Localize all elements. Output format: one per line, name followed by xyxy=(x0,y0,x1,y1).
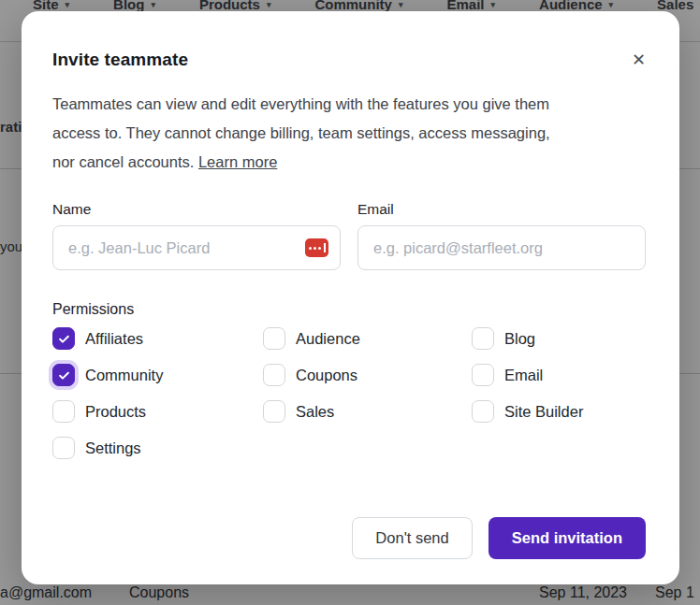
checkbox-icon xyxy=(52,327,75,350)
permission-checkbox-coupons[interactable]: Coupons xyxy=(263,364,472,386)
checkbox-icon xyxy=(472,400,494,423)
checkbox-icon xyxy=(472,327,494,350)
checkbox-icon xyxy=(263,327,285,350)
name-field-group: Name xyxy=(52,201,341,270)
checkbox-icon xyxy=(52,364,75,386)
checkbox-icon xyxy=(52,400,75,423)
dialog-description: Teammates can view and edit everything w… xyxy=(52,90,646,177)
permission-checkbox-settings[interactable]: Settings xyxy=(52,437,263,459)
permission-checkbox-affiliates[interactable]: Affiliates xyxy=(52,327,263,350)
checkbox-icon xyxy=(52,437,75,459)
permission-checkbox-community[interactable]: Community xyxy=(52,364,263,386)
permission-checkbox-site-builder[interactable]: Site Builder xyxy=(472,400,646,423)
dialog-title: Invite teammate xyxy=(52,50,188,70)
permission-checkbox-audience[interactable]: Audience xyxy=(263,327,472,350)
dont-send-button[interactable]: Don't send xyxy=(352,517,472,559)
checkbox-icon xyxy=(263,400,285,423)
email-field-group: Email xyxy=(357,201,646,270)
close-icon[interactable]: ✕ xyxy=(628,50,649,70)
permissions-grid: Affiliates Audience Blog Community Coupo… xyxy=(52,327,646,459)
name-label: Name xyxy=(52,201,341,218)
permission-checkbox-email[interactable]: Email xyxy=(472,364,646,386)
permission-checkbox-sales[interactable]: Sales xyxy=(263,400,472,423)
name-input[interactable] xyxy=(52,225,341,270)
send-invitation-button[interactable]: Send invitation xyxy=(489,517,646,559)
invite-teammate-dialog: Invite teammate ✕ Teammates can view and… xyxy=(22,11,679,584)
learn-more-link[interactable]: Learn more xyxy=(198,153,277,170)
app-window: Site▾ Blog▾ Products▾ Community▾ Email▾ … xyxy=(0,0,700,605)
permission-checkbox-products[interactable]: Products xyxy=(52,400,263,423)
permissions-label: Permissions xyxy=(52,301,646,318)
email-label: Email xyxy=(357,201,646,218)
email-input[interactable] xyxy=(357,225,646,270)
password-manager-autofill-icon[interactable] xyxy=(305,238,328,257)
permission-checkbox-blog[interactable]: Blog xyxy=(472,327,646,350)
checkbox-icon xyxy=(472,364,494,386)
checkbox-icon xyxy=(263,364,285,386)
